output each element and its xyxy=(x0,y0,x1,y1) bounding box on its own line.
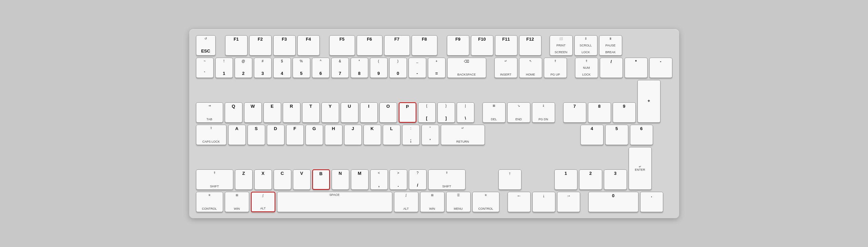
key-f6[interactable]: F6 xyxy=(357,35,382,56)
key-num-lock[interactable]: ⇑ NUM LOCK xyxy=(575,58,598,78)
key-minus[interactable]: _ - xyxy=(409,58,426,78)
key-f12[interactable]: F12 xyxy=(519,35,541,56)
key-numpad-minus[interactable]: - xyxy=(649,58,672,78)
key-d[interactable]: D xyxy=(267,125,284,145)
key-h[interactable]: H xyxy=(325,125,342,145)
key-shift-right[interactable]: ⇑ SHIFT xyxy=(428,169,466,190)
key-1[interactable]: ! 1 xyxy=(215,58,233,78)
key-c[interactable]: C xyxy=(274,169,291,190)
key-backspace[interactable]: ⌫ BACKSPACE xyxy=(447,58,486,78)
key-numpad-0[interactable]: 0 xyxy=(588,192,638,212)
key-arrow-up[interactable]: ↑ xyxy=(498,169,521,190)
key-numpad-plus[interactable]: + xyxy=(637,80,660,123)
key-u[interactable]: U xyxy=(341,102,358,123)
key-n[interactable]: N xyxy=(332,169,349,190)
key-delete[interactable]: ⊠ DEL xyxy=(482,102,506,123)
key-alt-right[interactable]: ∫ ALT xyxy=(394,192,418,212)
key-arrow-down[interactable]: ↓ xyxy=(532,192,555,212)
key-w[interactable]: W xyxy=(244,102,262,123)
key-numpad-enter[interactable]: ↵ ENTER xyxy=(629,147,652,190)
key-m[interactable]: M xyxy=(351,169,369,190)
key-ctrl-right[interactable]: ✳ CONTROL xyxy=(472,192,499,212)
key-backtick[interactable]: ~ ` xyxy=(196,58,214,78)
key-numpad-4[interactable]: 4 xyxy=(580,125,604,145)
key-semicolon[interactable]: : ; xyxy=(402,125,420,145)
key-j[interactable]: J xyxy=(344,125,362,145)
key-alt-left[interactable]: ∫ ALT xyxy=(251,192,275,212)
key-f5[interactable]: F5 xyxy=(329,35,355,56)
key-p[interactable]: P xyxy=(399,102,416,123)
key-k[interactable]: K xyxy=(363,125,381,145)
key-b[interactable]: B xyxy=(312,169,330,190)
key-7[interactable]: & 7 xyxy=(331,58,349,78)
key-f7[interactable]: F7 xyxy=(384,35,410,56)
key-a[interactable]: A xyxy=(228,125,246,145)
key-ctrl-left[interactable]: ✳ CONTROL xyxy=(196,192,223,212)
key-shift-left[interactable]: ⇑ SHIFT xyxy=(196,169,233,190)
key-f10[interactable]: F10 xyxy=(471,35,493,56)
key-scroll-lock[interactable]: ⇕ SCROLL LOCK xyxy=(574,35,597,56)
key-print-screen[interactable]: ⬜ PRINT SCREEN xyxy=(550,35,573,56)
key-home[interactable]: ↖ HOME xyxy=(519,58,542,78)
key-end[interactable]: ↘ END xyxy=(507,102,530,123)
key-numpad-8[interactable]: 8 xyxy=(588,102,611,123)
key-9[interactable]: ( 9 xyxy=(370,58,388,78)
key-f8[interactable]: F8 xyxy=(412,35,437,56)
key-numpad-slash[interactable]: / xyxy=(600,58,623,78)
key-t[interactable]: T xyxy=(302,102,320,123)
key-pg-dn[interactable]: ⇓ PG DN xyxy=(532,102,555,123)
key-numpad-star[interactable]: * xyxy=(625,58,648,78)
key-caps-lock[interactable]: ⇪ CAPS LOCK xyxy=(196,125,226,145)
key-quote[interactable]: " ' xyxy=(421,125,439,145)
key-f[interactable]: F xyxy=(286,125,304,145)
key-4[interactable]: $ 4 xyxy=(273,58,291,78)
key-l[interactable]: L xyxy=(383,125,400,145)
key-f11[interactable]: F11 xyxy=(495,35,517,56)
key-tab[interactable]: ⇥ TAB xyxy=(196,102,223,123)
key-equals[interactable]: + = xyxy=(428,58,446,78)
key-esc[interactable]: ↺ ESC xyxy=(196,35,216,56)
key-menu[interactable]: ☰ MENU xyxy=(446,192,471,212)
key-close-bracket[interactable]: } ] xyxy=(437,102,455,123)
key-space[interactable]: SPACE xyxy=(277,192,392,212)
key-8[interactable]: * 8 xyxy=(351,58,368,78)
key-numpad-dot[interactable]: . xyxy=(640,192,663,212)
key-win-left[interactable]: ⊞ WIN xyxy=(225,192,249,212)
key-3[interactable]: # 3 xyxy=(254,58,272,78)
key-g[interactable]: G xyxy=(305,125,323,145)
key-slash[interactable]: ? / xyxy=(409,169,427,190)
key-arrow-right[interactable]: → xyxy=(557,192,580,212)
key-numpad-6[interactable]: 6 xyxy=(630,125,653,145)
key-numpad-7[interactable]: 7 xyxy=(563,102,586,123)
key-v[interactable]: V xyxy=(293,169,311,190)
key-e[interactable]: E xyxy=(263,102,281,123)
key-0[interactable]: ) 0 xyxy=(389,58,407,78)
key-f4[interactable]: F4 xyxy=(297,35,320,56)
key-pg-up[interactable]: ⇑ PG UP xyxy=(544,58,567,78)
key-y[interactable]: Y xyxy=(321,102,339,123)
key-z[interactable]: Z xyxy=(235,169,253,190)
key-i[interactable]: I xyxy=(360,102,378,123)
key-numpad-1[interactable]: 1 xyxy=(554,169,577,190)
key-backslash[interactable]: | \ xyxy=(457,102,474,123)
key-6[interactable]: ^ 6 xyxy=(312,58,330,78)
key-return[interactable]: ↵ RETURN xyxy=(441,125,485,145)
key-period[interactable]: > . xyxy=(390,169,407,190)
key-f3[interactable]: F3 xyxy=(273,35,296,56)
key-s[interactable]: S xyxy=(248,125,265,145)
key-o[interactable]: O xyxy=(379,102,397,123)
key-numpad-3[interactable]: 3 xyxy=(604,169,627,190)
key-insert[interactable]: ↵ INSERT xyxy=(494,58,517,78)
key-pause-break[interactable]: ⏸ PAUSE BREAK xyxy=(599,35,622,56)
key-r[interactable]: R xyxy=(283,102,300,123)
key-numpad-2[interactable]: 2 xyxy=(579,169,602,190)
key-numpad-9[interactable]: 9 xyxy=(613,102,636,123)
key-f9[interactable]: F9 xyxy=(447,35,469,56)
key-5[interactable]: % 5 xyxy=(293,58,310,78)
key-2[interactable]: @ 2 xyxy=(235,58,252,78)
key-f1[interactable]: F1 xyxy=(225,35,248,56)
key-q[interactable]: Q xyxy=(225,102,242,123)
key-win-right[interactable]: ⊞ WIN xyxy=(420,192,445,212)
key-open-bracket[interactable]: { [ xyxy=(418,102,436,123)
key-f2[interactable]: F2 xyxy=(249,35,272,56)
